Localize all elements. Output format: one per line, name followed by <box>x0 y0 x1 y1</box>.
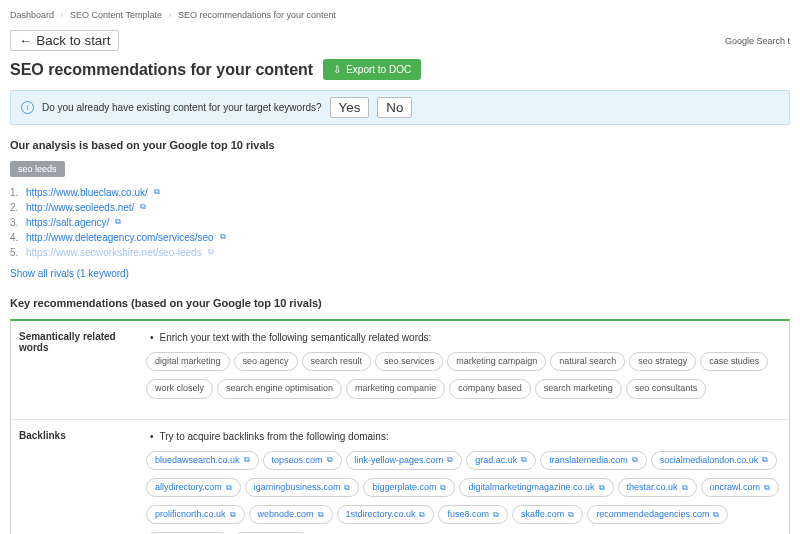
backlinks-intro: Try to acquire backlinks from the follow… <box>160 428 389 445</box>
backlink-domain-pill[interactable]: igamingbusiness.com ⧉ <box>245 478 360 497</box>
rival-link[interactable]: http://www.deleteagency.com/services/seo <box>26 232 214 243</box>
backlink-domain-pill[interactable]: webnode.com ⧉ <box>249 505 333 524</box>
external-link-icon: ⧉ <box>318 508 324 522</box>
rival-link[interactable]: http://www.seoleeds.net/ <box>26 202 134 213</box>
external-link-icon: ⧉ <box>493 508 499 522</box>
external-link-icon: ⧉ <box>521 453 527 467</box>
rival-item: 3.https://salt.agency/ ⧉ <box>10 217 790 228</box>
info-icon: i <box>21 101 34 114</box>
rivals-list: 1.https://www.blueclaw.co.uk/ ⧉2.http://… <box>10 187 790 258</box>
semantic-word-pill[interactable]: marketing companie <box>346 379 445 398</box>
external-link-icon: ⧉ <box>220 232 226 243</box>
no-button[interactable]: No <box>377 97 412 118</box>
semantic-word-pill[interactable]: marketing campaign <box>447 352 546 371</box>
rival-link[interactable]: https://www.blueclaw.co.uk/ <box>26 187 148 198</box>
backlink-domain-pill[interactable]: translatemedia.com ⧉ <box>540 451 647 470</box>
backlink-domain-pill[interactable]: socialmedialondon.co.uk ⧉ <box>651 451 778 470</box>
semantic-word-pill[interactable]: company based <box>449 379 531 398</box>
backlink-domain-pill[interactable]: fuse8.com ⧉ <box>438 505 508 524</box>
rival-number: 5. <box>10 247 20 258</box>
backlink-domain-pill[interactable]: bluedawsearch.co.uk ⧉ <box>146 451 259 470</box>
semantic-word-pill[interactable]: seo strategy <box>629 352 696 371</box>
row-label: Backlinks <box>11 420 146 534</box>
key-rec-heading: Key recommendations (based on your Googl… <box>10 297 790 309</box>
external-link-icon: ⧉ <box>682 481 688 495</box>
recommendations-table: Semantically related words • Enrich your… <box>10 319 790 534</box>
row-label: Semantically related words <box>11 321 146 419</box>
rival-link[interactable]: https://salt.agency/ <box>26 217 109 228</box>
crumb[interactable]: SEO Content Template <box>70 10 162 20</box>
external-link-icon: ⧉ <box>154 187 160 198</box>
arrow-left-icon: ← <box>19 33 32 48</box>
row-backlinks: Backlinks • Try to acquire backlinks fro… <box>11 420 789 534</box>
external-link-icon: ⧉ <box>230 508 236 522</box>
semantic-word-pill[interactable]: search engine optimisation <box>217 379 342 398</box>
crumb-current: SEO recommendations for your content <box>178 10 336 20</box>
semantic-word-pill[interactable]: case studies <box>700 352 768 371</box>
semantic-intro: Enrich your text with the following sema… <box>160 329 432 346</box>
export-button[interactable]: ⇩ Export to DOC <box>323 59 421 80</box>
semantic-word-pill[interactable]: digital marketing <box>146 352 230 371</box>
semantic-word-pill[interactable]: natural search <box>550 352 625 371</box>
external-link-icon: ⧉ <box>713 508 719 522</box>
external-link-icon: ⧉ <box>764 481 770 495</box>
semantic-word-pill[interactable]: search marketing <box>535 379 622 398</box>
semantic-word-pill[interactable]: work closely <box>146 379 213 398</box>
backlink-domain-pill[interactable]: allydirectory.com ⧉ <box>146 478 241 497</box>
yes-button[interactable]: Yes <box>330 97 370 118</box>
external-link-icon: ⧉ <box>419 508 425 522</box>
external-link-icon: ⧉ <box>208 247 214 258</box>
backlink-domain-pill[interactable]: grad.ac.uk ⧉ <box>466 451 536 470</box>
external-link-icon: ⧉ <box>568 508 574 522</box>
download-icon: ⇩ <box>333 64 341 75</box>
backlink-domain-pill[interactable]: biggerplate.com ⧉ <box>363 478 455 497</box>
external-link-icon: ⧉ <box>440 481 446 495</box>
rival-number: 1. <box>10 187 20 198</box>
backlink-domain-pill[interactable]: recommendedagencies.com ⧉ <box>587 505 728 524</box>
external-link-icon: ⧉ <box>226 481 232 495</box>
backlink-domain-pill[interactable]: topseos.com ⧉ <box>263 451 342 470</box>
backlink-domain-pill[interactable]: prolificnorth.co.uk ⧉ <box>146 505 245 524</box>
info-bar: i Do you already have existing content f… <box>10 90 790 125</box>
rival-number: 3. <box>10 217 20 228</box>
external-link-icon: ⧉ <box>632 453 638 467</box>
show-all-rivals-link[interactable]: Show all rivals (1 keyword) <box>10 268 129 279</box>
external-link-icon: ⧉ <box>140 202 146 213</box>
backlink-domain-pill[interactable]: thestar.co.uk ⧉ <box>618 478 697 497</box>
external-link-icon: ⧉ <box>599 481 605 495</box>
external-link-icon: ⧉ <box>244 453 250 467</box>
backlink-domain-pill[interactable]: digitalmarketingmagazine.co.uk ⧉ <box>459 478 613 497</box>
external-link-icon: ⧉ <box>762 453 768 467</box>
backlink-domain-pill[interactable]: oncrawl.com ⧉ <box>701 478 780 497</box>
semantic-word-pill[interactable]: search result <box>302 352 372 371</box>
analysis-heading: Our analysis is based on your Google top… <box>10 139 790 151</box>
rival-link[interactable]: https://www.seoworkshire.net/seo-leeds <box>26 247 202 258</box>
row-semantic: Semantically related words • Enrich your… <box>11 321 789 420</box>
page-title: SEO recommendations for your content <box>10 61 313 79</box>
rival-item: 2.http://www.seoleeds.net/ ⧉ <box>10 202 790 213</box>
external-link-icon: ⧉ <box>115 217 121 228</box>
rival-item: 1.https://www.blueclaw.co.uk/ ⧉ <box>10 187 790 198</box>
keyword-tag[interactable]: seo leeds <box>10 161 65 177</box>
rival-item: 5.https://www.seoworkshire.net/seo-leeds… <box>10 247 790 258</box>
back-button[interactable]: ← Back to start <box>10 30 119 51</box>
breadcrumb: Dashboard › SEO Content Template › SEO r… <box>10 10 790 20</box>
external-link-icon: ⧉ <box>447 453 453 467</box>
external-link-icon: ⧉ <box>344 481 350 495</box>
info-question: Do you already have existing content for… <box>42 102 322 113</box>
semantic-word-pill[interactable]: seo agency <box>234 352 298 371</box>
external-link-icon: ⧉ <box>327 453 333 467</box>
backlink-domain-pill[interactable]: link-yellow-pages.com ⧉ <box>346 451 463 470</box>
semantic-word-pill[interactable]: seo consultants <box>626 379 707 398</box>
rival-number: 4. <box>10 232 20 243</box>
crumb[interactable]: Dashboard <box>10 10 54 20</box>
backlink-domain-pill[interactable]: skaffe.com ⧉ <box>512 505 583 524</box>
backlink-domain-pill[interactable]: 1stdirectory.co.uk ⧉ <box>337 505 435 524</box>
google-search-link[interactable]: Google Search t <box>725 36 790 46</box>
semantic-word-pill[interactable]: seo services <box>375 352 443 371</box>
rival-item: 4.http://www.deleteagency.com/services/s… <box>10 232 790 243</box>
back-label: Back to start <box>36 33 110 48</box>
export-label: Export to DOC <box>346 64 411 75</box>
rival-number: 2. <box>10 202 20 213</box>
